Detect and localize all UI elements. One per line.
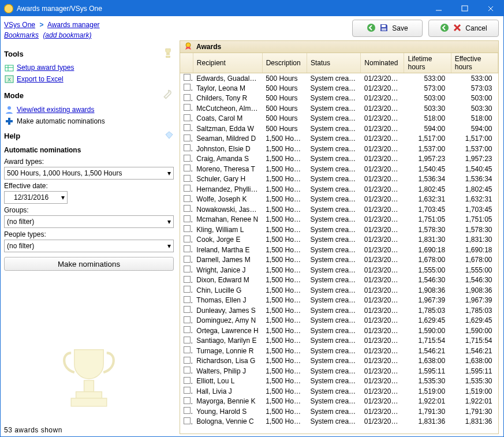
table-row[interactable]: McCutcheon, Alma W500 HoursSystem create… — [180, 103, 498, 114]
row-checkbox[interactable] — [184, 236, 191, 242]
table-row[interactable]: Elliott, Lou L1,500 HoursSystem created0… — [180, 376, 498, 387]
mode-view-edit[interactable]: View/edit existing awards — [4, 104, 174, 115]
award-types-combo[interactable]: 500 Hours, 1,000 Hours, 1,500 Hours ▾ — [4, 167, 174, 180]
table-row[interactable]: Young, Harold S1,500 HoursSystem created… — [180, 406, 498, 417]
table-row[interactable]: Mcmahan, Renee N1,500 HoursSystem create… — [180, 215, 498, 225]
row-checkbox[interactable] — [184, 276, 191, 283]
row-checkbox[interactable] — [184, 266, 191, 272]
row-checkbox[interactable] — [184, 185, 191, 192]
table-row[interactable]: Mayorga, Bennie K1,500 HoursSystem creat… — [180, 397, 498, 407]
people-types-value: (no filter) — [7, 242, 34, 250]
table-row[interactable]: Turnage, Lonnie R1,500 HoursSystem creat… — [180, 346, 498, 356]
table-row[interactable]: Dunleavy, James S1,500 HoursSystem creat… — [180, 305, 498, 316]
table-row[interactable]: Kling, William L1,500 HoursSystem create… — [180, 225, 498, 235]
row-checkbox[interactable] — [184, 296, 191, 303]
table-row[interactable]: Childers, Tony R500 HoursSystem created0… — [180, 94, 498, 104]
table-row[interactable]: Johnston, Elsie D1,500 HoursSystem creat… — [180, 144, 498, 154]
cancel-button[interactable]: Cancel — [428, 20, 499, 37]
tool-export-link[interactable]: Export to Excel — [17, 75, 64, 83]
row-checkbox[interactable] — [184, 407, 191, 414]
table-row[interactable]: Chin, Lucille G1,500 HoursSystem created… — [180, 285, 498, 296]
row-checkbox[interactable] — [184, 377, 191, 384]
row-checkbox[interactable] — [184, 225, 191, 232]
row-checkbox[interactable] — [184, 124, 191, 131]
row-checkbox[interactable] — [184, 337, 191, 343]
row-checkbox[interactable] — [184, 135, 191, 141]
table-row[interactable]: Edwards, Guadalupe J500 HoursSystem crea… — [180, 73, 498, 84]
row-checkbox[interactable] — [184, 155, 191, 162]
row-checkbox[interactable] — [184, 286, 191, 293]
table-row[interactable]: Saltzman, Edda W500 HoursSystem created0… — [180, 124, 498, 134]
row-checkbox[interactable] — [184, 397, 191, 404]
col-description[interactable]: Description — [262, 53, 307, 73]
breadcrumb-current[interactable]: Awards manager — [47, 21, 100, 29]
maximize-button[interactable] — [451, 1, 477, 16]
groups-combo[interactable]: (no filter) ▾ — [4, 215, 174, 228]
col-checkbox[interactable] — [180, 53, 193, 73]
row-checkbox[interactable] — [184, 94, 191, 101]
tool-setup-award-types[interactable]: Setup award types — [4, 62, 174, 73]
table-row[interactable]: Seaman, Mildred D1,500 HoursSystem creat… — [180, 134, 498, 144]
table-row[interactable]: Ireland, Martha E1,500 HoursSystem creat… — [180, 245, 498, 255]
mode-make-auto[interactable]: Make automatic nominations — [4, 115, 174, 127]
table-row[interactable]: Hall, Livia J1,500 HoursSystem created01… — [180, 386, 498, 397]
table-row[interactable]: Taylor, Leona M500 HoursSystem created01… — [180, 83, 498, 94]
make-nominations-button[interactable]: Make nominations — [4, 257, 174, 271]
table-row[interactable]: Dominguez, Amy N1,500 HoursSystem create… — [180, 316, 498, 326]
table-row[interactable]: Moreno, Theresa T1,500 HoursSystem creat… — [180, 164, 498, 174]
row-checkbox[interactable] — [184, 84, 191, 91]
table-row[interactable]: Darnell, James M1,500 HoursSystem create… — [180, 255, 498, 266]
table-row[interactable]: Cook, Jorge E1,500 HoursSystem created01… — [180, 235, 498, 245]
row-checkbox[interactable] — [184, 195, 191, 202]
people-types-combo[interactable]: (no filter) ▾ — [4, 240, 174, 252]
col-effective[interactable]: Effective hours — [451, 53, 498, 73]
row-checkbox[interactable] — [184, 165, 191, 171]
table-row[interactable]: Hernandez, Phyllis E1,500 HoursSystem cr… — [180, 184, 498, 195]
table-row[interactable]: Dixon, Edward M1,500 HoursSystem created… — [180, 275, 498, 286]
row-checkbox[interactable] — [184, 104, 191, 111]
row-checkbox[interactable] — [184, 175, 191, 182]
row-checkbox[interactable] — [184, 387, 191, 394]
col-status[interactable]: Status — [307, 53, 360, 73]
row-checkbox[interactable] — [184, 74, 191, 81]
row-checkbox[interactable] — [184, 306, 191, 313]
bookmarks-link[interactable]: Bookmarks — [4, 31, 39, 39]
row-checkbox[interactable] — [184, 357, 191, 364]
row-checkbox[interactable] — [184, 256, 191, 263]
row-checkbox[interactable] — [184, 144, 191, 151]
row-checkbox[interactable] — [184, 417, 191, 424]
add-bookmark-link[interactable]: (add bookmark) — [43, 31, 91, 39]
table-row[interactable]: Richardson, Lisa G1,500 HoursSystem crea… — [180, 356, 498, 367]
col-nominated[interactable]: Nominated — [361, 53, 404, 73]
row-checkbox[interactable] — [184, 114, 191, 121]
row-checkbox[interactable] — [184, 326, 191, 333]
table-row[interactable]: Wolfe, Joseph K1,500 HoursSystem created… — [180, 195, 498, 205]
col-lifetime[interactable]: Lifetime hours — [404, 53, 451, 73]
row-checkbox[interactable] — [184, 367, 191, 373]
table-row[interactable]: Santiago, Marilyn E1,500 HoursSystem cre… — [180, 336, 498, 346]
table-row[interactable]: Craig, Amanda S1,500 HoursSystem created… — [180, 154, 498, 165]
table-row[interactable]: Schuler, Gary H1,500 HoursSystem created… — [180, 174, 498, 185]
table-row[interactable]: Bologna, Vennie C1,500 HoursSystem creat… — [180, 417, 498, 427]
close-button[interactable] — [477, 1, 503, 16]
tool-export-excel[interactable]: X Export to Excel — [4, 73, 174, 85]
minimize-button[interactable] — [425, 1, 451, 16]
mode-view-link[interactable]: View/edit existing awards — [17, 106, 95, 114]
table-row[interactable]: Wright, Janice J1,500 HoursSystem create… — [180, 265, 498, 275]
save-button[interactable]: Save — [352, 20, 423, 37]
grid-scroll[interactable]: Recipient Description Status Nominated L… — [180, 53, 498, 434]
breadcrumb-root[interactable]: VSys One — [4, 21, 35, 29]
row-checkbox[interactable] — [184, 245, 191, 252]
col-recipient[interactable]: Recipient — [193, 53, 262, 73]
row-checkbox[interactable] — [184, 205, 191, 212]
row-checkbox[interactable] — [184, 346, 191, 353]
table-row[interactable]: Nowakowski, Jason G1,500 HoursSystem cre… — [180, 204, 498, 215]
effective-date-field[interactable]: 12/31/2016 ▾ — [4, 191, 68, 204]
table-row[interactable]: Coats, Carol M500 HoursSystem created01/… — [180, 114, 498, 124]
table-row[interactable]: Ortega, Lawrence H1,500 HoursSystem crea… — [180, 326, 498, 336]
row-checkbox[interactable] — [184, 215, 191, 222]
tool-setup-link[interactable]: Setup award types — [17, 64, 74, 72]
table-row[interactable]: Thomas, Ellen J1,500 HoursSystem created… — [180, 296, 498, 306]
row-checkbox[interactable] — [184, 316, 191, 323]
table-row[interactable]: Walters, Philip J1,500 HoursSystem creat… — [180, 366, 498, 376]
